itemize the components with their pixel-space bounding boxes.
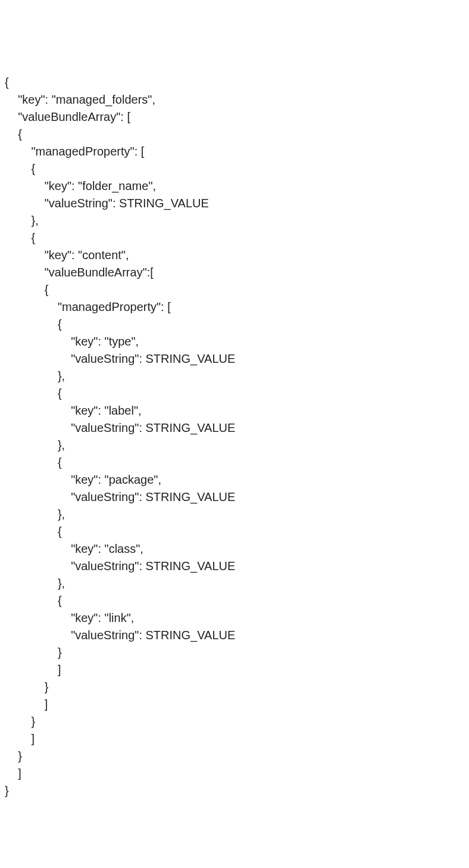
- code-line: }: [5, 713, 464, 730]
- code-line: "valueString": STRING_VALUE: [5, 195, 464, 212]
- code-block: { "key": "managed_folders", "valueBundle…: [5, 74, 464, 799]
- code-line: {: [5, 281, 464, 298]
- code-line: "valueString": STRING_VALUE: [5, 627, 464, 644]
- code-line: {: [5, 160, 464, 178]
- code-line: "key": "package",: [5, 471, 464, 489]
- code-line: "valueBundleArray": [: [5, 108, 464, 126]
- code-line: "key": "folder_name",: [5, 178, 464, 195]
- code-line: "valueString": STRING_VALUE: [5, 558, 464, 575]
- code-line: },: [5, 368, 464, 385]
- code-line: {: [5, 454, 464, 471]
- code-line: },: [5, 437, 464, 454]
- code-line: "key": "type",: [5, 333, 464, 350]
- code-line: }: [5, 679, 464, 696]
- code-line: {: [5, 523, 464, 540]
- code-line: }: [5, 644, 464, 661]
- code-line: ]: [5, 730, 464, 748]
- code-line: "valueString": STRING_VALUE: [5, 419, 464, 437]
- code-line: ]: [5, 661, 464, 679]
- code-line: {: [5, 229, 464, 247]
- code-line: "valueString": STRING_VALUE: [5, 350, 464, 368]
- code-line: {: [5, 385, 464, 402]
- code-line: }: [5, 782, 464, 799]
- code-line: ]: [5, 765, 464, 782]
- code-line: "key": "label",: [5, 402, 464, 419]
- code-line: "valueString": STRING_VALUE: [5, 489, 464, 506]
- code-line: "key": "managed_folders",: [5, 91, 464, 108]
- code-line: },: [5, 212, 464, 229]
- code-line: "managedProperty": [: [5, 298, 464, 316]
- code-line: "key": "link",: [5, 609, 464, 627]
- code-line: {: [5, 316, 464, 333]
- code-line: {: [5, 126, 464, 143]
- code-line: },: [5, 575, 464, 592]
- code-line: ]: [5, 696, 464, 713]
- code-line: {: [5, 74, 464, 91]
- code-line: "managedProperty": [: [5, 143, 464, 160]
- code-line: {: [5, 592, 464, 609]
- code-line: }: [5, 748, 464, 765]
- code-line: "key": "class",: [5, 540, 464, 558]
- code-line: },: [5, 506, 464, 523]
- code-line: "valueBundleArray":[: [5, 264, 464, 281]
- code-line: "key": "content",: [5, 247, 464, 264]
